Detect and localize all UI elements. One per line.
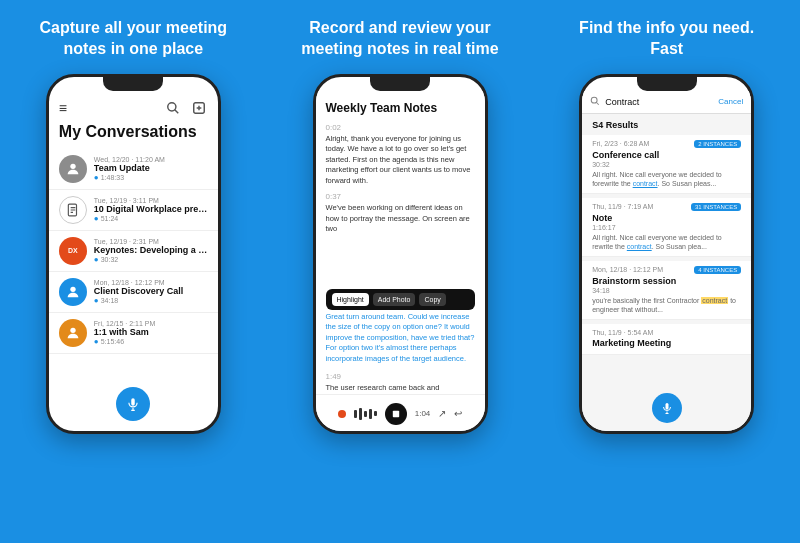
right-phone-screen: Contract Cancel S4 Results Fri, 2/23 · 6… [582, 77, 751, 431]
instances-badge-3: 4 INSTANCES [694, 266, 741, 274]
conv-date-4: Mon, 12/18 · 12:12 PM [94, 279, 208, 286]
highlight-button[interactable]: Highlight [332, 293, 369, 306]
instances-badge-2: 31 INSTANCES [691, 203, 741, 211]
copy-button[interactable]: Copy [419, 293, 445, 306]
menu-icon[interactable]: ≡ [59, 100, 67, 116]
svg-point-16 [591, 97, 597, 103]
cancel-search-button[interactable]: Cancel [718, 97, 743, 106]
highlighted-contract-1: contract [633, 180, 658, 187]
avatar-1 [59, 155, 87, 183]
record-mic-button-right[interactable] [652, 393, 682, 423]
timestamp-2: 0:37 [326, 192, 475, 201]
conversation-item-2[interactable]: Tue, 12/19 · 3:11 PM 10 Digital Workplac… [49, 190, 218, 231]
result-title-2: Note [592, 213, 741, 223]
left-phone-screen: ≡ My Conversations [49, 77, 218, 431]
result-dur-1: 30:32 [592, 161, 741, 168]
svg-rect-12 [132, 398, 136, 406]
avatar-2 [59, 196, 87, 224]
middle-phone-content: Weekly Team Notes 0:02 Alright, thank yo… [316, 91, 485, 431]
search-result-3[interactable]: Mon, 12/18 · 12:12 PM 4 INSTANCES Brains… [582, 261, 751, 320]
right-panel-title: Find the info you need. Fast [567, 18, 767, 60]
highlighted-text: Great turn around team. Could we increas… [316, 312, 485, 365]
svg-point-0 [168, 102, 176, 110]
result-snippet-2: All right. Nice call everyone we decided… [592, 233, 741, 251]
svg-point-11 [70, 327, 75, 332]
record-indicator [338, 410, 346, 418]
conv-info-1: Wed, 12/20 · 11:20 AM Team Update ●1:48:… [94, 156, 208, 182]
stop-button[interactable] [385, 403, 407, 425]
search-bar: Contract Cancel [582, 91, 751, 114]
highlighted-contract-3: contract [701, 297, 728, 304]
share-icon[interactable]: ↗ [438, 408, 446, 419]
audio-waveform [354, 408, 377, 420]
editor-toolbar: Highlight Add Photo Copy [326, 289, 475, 310]
conv-name-5: 1:1 with Sam [94, 327, 208, 337]
conv-name-3: Keynotes: Developing a Cu... [94, 245, 208, 255]
left-phone: ≡ My Conversations [46, 74, 221, 434]
result-meta-4: Thu, 11/9 · 5:54 AM [592, 329, 741, 336]
result-title-3: Brainstorm session [592, 276, 741, 286]
result-date-3: Mon, 12/18 · 12:12 PM [592, 266, 663, 273]
highlighted-contract-2: contract [627, 243, 652, 250]
svg-line-1 [175, 109, 179, 113]
phone-notch-middle [370, 77, 430, 91]
wave-bar-2 [359, 408, 362, 420]
middle-phone-screen: Weekly Team Notes 0:02 Alright, thank yo… [316, 77, 485, 431]
search-icon-right [590, 96, 600, 108]
left-phone-header: ≡ [49, 91, 218, 121]
transcript-text-2: We've been working on different ideas on… [326, 203, 475, 235]
middle-panel-title: Record and review your meeting notes in … [300, 18, 500, 60]
svg-line-17 [596, 102, 599, 105]
search-result-2[interactable]: Thu, 11/9 · 7:19 AM 31 INSTANCES Note 1:… [582, 198, 751, 257]
conv-info-3: Tue, 12/19 · 2:31 PM Keynotes: Developin… [94, 238, 208, 264]
svg-point-5 [70, 163, 75, 168]
middle-panel: Record and review your meeting notes in … [267, 0, 534, 543]
svg-rect-18 [665, 403, 668, 410]
record-mic-button[interactable] [116, 387, 150, 421]
result-snippet-3: you're basically the first Contractor co… [592, 296, 741, 314]
add-conversation-icon[interactable] [190, 99, 208, 117]
conv-date-1: Wed, 12/20 · 11:20 AM [94, 156, 208, 163]
add-photo-button[interactable]: Add Photo [373, 293, 416, 306]
conv-date-3: Tue, 12/19 · 2:31 PM [94, 238, 208, 245]
conversation-item-5[interactable]: Fri, 12/15 · 2:11 PM 1:1 with Sam ●5:15:… [49, 313, 218, 354]
result-title-1: Conference call [592, 150, 741, 160]
conv-dur-3: ●30:32 [94, 255, 208, 264]
wave-bar-3 [364, 411, 367, 417]
avatar-5 [59, 319, 87, 347]
conv-name-4: Client Discovery Call [94, 286, 208, 296]
middle-phone: Weekly Team Notes 0:02 Alright, thank yo… [313, 74, 488, 434]
note-title: Weekly Team Notes [316, 91, 485, 117]
search-input-value[interactable]: Contract [605, 97, 713, 107]
transcript-text-1: Alright, thank you everyone for joining … [326, 134, 475, 187]
svg-point-10 [70, 286, 75, 291]
conversation-item-4[interactable]: Mon, 12/18 · 12:12 PM Client Discovery C… [49, 272, 218, 313]
conv-info-4: Mon, 12/18 · 12:12 PM Client Discovery C… [94, 279, 208, 305]
result-meta-1: Fri, 2/23 · 6:28 AM 2 INSTANCES [592, 140, 741, 148]
conv-date-2: Tue, 12/19 · 3:11 PM [94, 197, 208, 204]
phone-notch-right [637, 77, 697, 91]
my-conversations-title: My Conversations [49, 121, 218, 149]
conversation-item-3[interactable]: DX Tue, 12/19 · 2:31 PM Keynotes: Develo… [49, 231, 218, 272]
speed-icon[interactable]: ↩ [454, 408, 462, 419]
search-result-1[interactable]: Fri, 2/23 · 6:28 AM 2 INSTANCES Conferen… [582, 135, 751, 194]
conversation-item-1[interactable]: Wed, 12/20 · 11:20 AM Team Update ●1:48:… [49, 149, 218, 190]
wave-bar-1 [354, 410, 357, 418]
search-result-4[interactable]: Thu, 11/9 · 5:54 AM Marketing Meeting [582, 324, 751, 355]
wave-bar-5 [374, 411, 377, 416]
result-snippet-1: All right. Nice call everyone we decided… [592, 170, 741, 188]
result-date-2: Thu, 11/9 · 7:19 AM [592, 203, 653, 210]
playback-time: 1:04 [415, 409, 431, 418]
svg-rect-15 [393, 410, 399, 416]
conv-name-1: Team Update [94, 163, 208, 173]
search-icon[interactable] [164, 99, 182, 117]
conv-dur-1: ●1:48:33 [94, 173, 208, 182]
conv-date-5: Fri, 12/15 · 2:11 PM [94, 320, 208, 327]
right-phone-content: Contract Cancel S4 Results Fri, 2/23 · 6… [582, 91, 751, 431]
transcript-text-3: The user research came back and [316, 383, 485, 394]
left-panel-title: Capture all your meeting notes in one pl… [33, 18, 233, 60]
conv-dur-5: ●5:15:46 [94, 337, 208, 346]
conv-info-2: Tue, 12/19 · 3:11 PM 10 Digital Workplac… [94, 197, 208, 223]
timestamp-1: 0:02 [326, 123, 475, 132]
left-phone-content: ≡ My Conversations [49, 91, 218, 431]
